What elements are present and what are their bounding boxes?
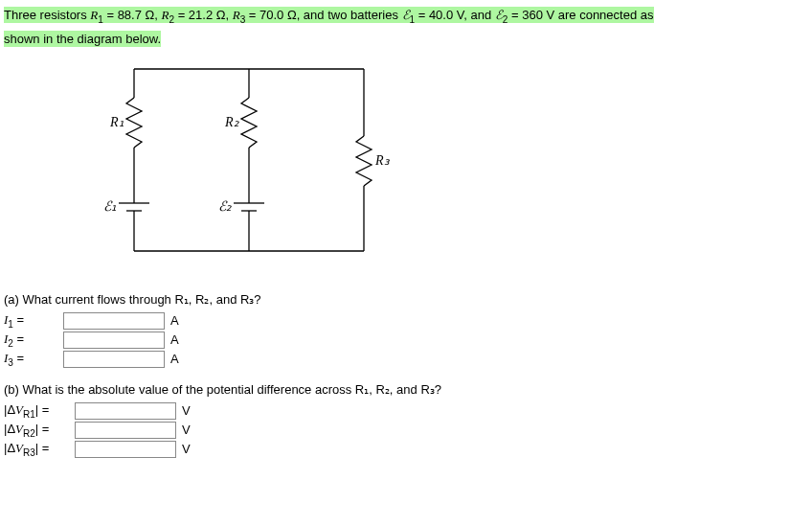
vr3-input[interactable] [75, 441, 176, 458]
input-row-vr3: |ΔVR3| = V [4, 441, 808, 458]
input-row-vr1: |ΔVR1| = V [4, 402, 808, 420]
vr1-input[interactable] [75, 402, 176, 420]
input-row-vr2: |ΔVR2| = V [4, 422, 808, 439]
circuit-diagram: R₁ R₂ R₃ ℰ₁ ℰ₂ [57, 59, 812, 273]
input-row-i3: I3 = A [4, 351, 808, 368]
part-a-prompt: (a) What current flows through R₁, R₂, a… [4, 292, 808, 307]
label-r1: R₁ [109, 115, 124, 129]
input-row-i1: I1 = A [4, 312, 808, 330]
vr2-input[interactable] [75, 422, 176, 439]
label-r3: R₃ [374, 153, 391, 168]
part-b-prompt: (b) What is the absolute value of the po… [4, 382, 808, 397]
i2-input[interactable] [63, 332, 165, 349]
input-row-i2: I2 = A [4, 332, 808, 349]
i1-input[interactable] [63, 312, 165, 330]
problem-statement: Three resistors R1 = 88.7 Ω, R2 = 21.2 Ω… [4, 4, 808, 50]
i3-input[interactable] [63, 351, 165, 368]
label-r2: R₂ [224, 115, 239, 129]
label-e2: ℰ₂ [218, 199, 232, 214]
label-e1: ℰ₁ [103, 199, 117, 214]
